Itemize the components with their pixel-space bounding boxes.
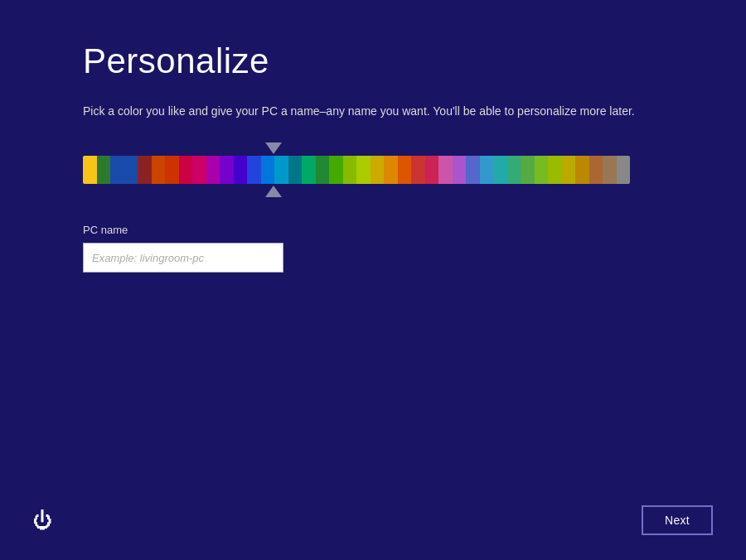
color-swatch[interactable]	[356, 156, 371, 184]
color-swatch[interactable]	[425, 156, 439, 184]
color-swatch[interactable]	[261, 156, 275, 184]
color-swatch[interactable]	[302, 156, 316, 184]
color-swatch[interactable]	[521, 156, 535, 184]
color-swatch[interactable]	[343, 156, 357, 184]
color-swatch[interactable]	[220, 156, 234, 184]
color-swatch[interactable]	[288, 156, 303, 184]
color-swatch[interactable]	[83, 156, 97, 184]
color-strip[interactable]	[83, 156, 630, 184]
color-swatch[interactable]	[124, 156, 138, 184]
color-swatch[interactable]	[192, 156, 206, 184]
color-swatch[interactable]	[562, 156, 576, 184]
page-title: Personalize	[83, 41, 663, 81]
color-swatch[interactable]	[398, 156, 412, 184]
page-subtitle: Pick a color you like and give your PC a…	[83, 104, 663, 118]
color-swatch[interactable]	[316, 156, 330, 184]
color-swatch[interactable]	[617, 156, 631, 184]
color-swatch[interactable]	[138, 156, 152, 184]
color-swatch[interactable]	[110, 156, 124, 184]
color-swatch[interactable]	[179, 156, 193, 184]
page-container: Personalize Pick a color you like and gi…	[0, 0, 746, 560]
color-swatch[interactable]	[97, 156, 111, 184]
color-swatch[interactable]	[206, 156, 220, 184]
arrow-up-icon	[265, 186, 282, 197]
color-swatch[interactable]	[438, 156, 453, 184]
pc-name-label: PC name	[83, 224, 663, 236]
color-swatch[interactable]	[152, 156, 166, 184]
color-swatch[interactable]	[234, 156, 248, 184]
color-swatch[interactable]	[384, 156, 398, 184]
color-swatch[interactable]	[589, 156, 603, 184]
next-button[interactable]: Next	[642, 505, 713, 535]
color-swatch[interactable]	[329, 156, 343, 184]
bottom-bar: ⏻ Next	[0, 505, 746, 535]
color-swatch[interactable]	[411, 156, 425, 184]
color-swatch[interactable]	[480, 156, 494, 184]
color-swatch[interactable]	[548, 156, 562, 184]
color-swatch[interactable]	[507, 156, 521, 184]
color-swatch[interactable]	[453, 156, 467, 184]
color-swatch[interactable]	[466, 156, 480, 184]
color-swatch[interactable]	[274, 156, 288, 184]
pc-name-input[interactable]	[83, 243, 283, 273]
color-swatch[interactable]	[535, 156, 549, 184]
color-swatch[interactable]	[247, 156, 261, 184]
arrow-down-icon	[265, 142, 282, 154]
color-swatch[interactable]	[493, 156, 507, 184]
color-swatch[interactable]	[371, 156, 385, 184]
color-picker-area	[83, 142, 663, 197]
color-swatch[interactable]	[575, 156, 589, 184]
accessibility-icon[interactable]: ⏻	[33, 509, 53, 532]
color-swatch[interactable]	[165, 156, 179, 184]
color-swatch[interactable]	[603, 156, 617, 184]
